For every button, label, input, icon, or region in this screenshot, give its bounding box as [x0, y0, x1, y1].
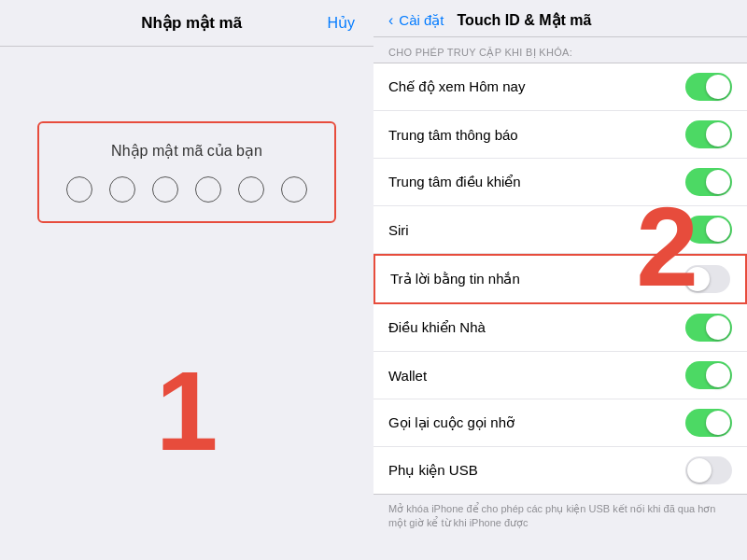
toggle-7[interactable] — [685, 409, 732, 437]
back-label[interactable]: Cài đặt — [399, 12, 444, 29]
row-label-0: Chế độ xem Hôm nay — [388, 78, 525, 95]
right-header: ‹ Cài đặt Touch ID & Mật mã — [374, 0, 747, 37]
row-label-8: Phụ kiện USB — [388, 462, 478, 479]
passcode-label: Nhập mật mã của bạn — [111, 142, 262, 160]
left-panel: Nhập mật mã Hủy Nhập mật mã của bạn 1 — [0, 0, 374, 560]
row-dieu-khien: Trung tâm điều khiển — [374, 159, 747, 206]
row-tra-loi: Trả lời bằng tin nhắn — [374, 254, 747, 304]
row-nha: Điều khiển Nhà — [374, 304, 747, 352]
dot-1 — [66, 176, 92, 203]
row-label-7: Gọi lại cuộc gọi nhỡ — [388, 414, 514, 431]
left-title: Nhập mật mã — [56, 13, 327, 33]
row-usb: Phụ kiện USB — [374, 447, 747, 494]
row-wallet: Wallet — [374, 352, 747, 399]
row-label-1: Trung tâm thông báo — [388, 127, 518, 143]
right-panel: ‹ Cài đặt Touch ID & Mật mã CHO PHÉP TRU… — [374, 0, 747, 560]
back-arrow-icon[interactable]: ‹ — [388, 12, 393, 29]
toggle-8[interactable] — [685, 456, 732, 484]
toggle-3[interactable] — [685, 216, 732, 244]
toggle-1[interactable] — [685, 120, 732, 148]
step-number-1: 1 — [156, 355, 218, 467]
row-thong-bao: Trung tâm thông báo — [374, 111, 747, 159]
cancel-button[interactable]: Hủy — [327, 14, 355, 32]
right-section-wrapper: CHO PHÉP TRUY CẬP KHI BỊ KHÓA: Chế độ xe… — [374, 37, 747, 560]
row-label-4: Trả lời bằng tin nhắn — [390, 271, 520, 287]
passcode-dots — [66, 176, 307, 203]
dot-5 — [238, 176, 264, 203]
dot-6 — [281, 176, 307, 203]
footer-text: Mở khóa iPhone để cho phép các phụ kiện … — [374, 495, 747, 539]
row-che-do-xem: Chế độ xem Hôm nay — [374, 63, 747, 111]
dot-3 — [152, 176, 178, 203]
passcode-box: Nhập mật mã của bạn — [37, 121, 336, 223]
toggle-4[interactable] — [684, 265, 730, 293]
toggle-0[interactable] — [685, 73, 732, 101]
row-label-5: Điều khiển Nhà — [388, 319, 486, 336]
toggle-2[interactable] — [685, 168, 732, 196]
row-label-6: Wallet — [388, 368, 427, 384]
settings-group: Chế độ xem Hôm nay Trung tâm thông báo T… — [374, 63, 747, 495]
dot-2 — [109, 176, 135, 203]
row-label-2: Trung tâm điều khiển — [388, 174, 521, 190]
right-title: Touch ID & Mật mã — [458, 11, 592, 29]
row-goi-lai: Gọi lại cuộc gọi nhỡ — [374, 399, 747, 447]
row-siri: Siri — [374, 206, 747, 254]
row-label-3: Siri — [388, 222, 409, 238]
toggle-6[interactable] — [685, 361, 732, 389]
toggle-5[interactable] — [685, 314, 732, 342]
left-header: Nhập mật mã Hủy — [0, 0, 374, 47]
dot-4 — [195, 176, 221, 203]
section-header: CHO PHÉP TRUY CẬP KHI BỊ KHÓA: — [374, 37, 747, 63]
